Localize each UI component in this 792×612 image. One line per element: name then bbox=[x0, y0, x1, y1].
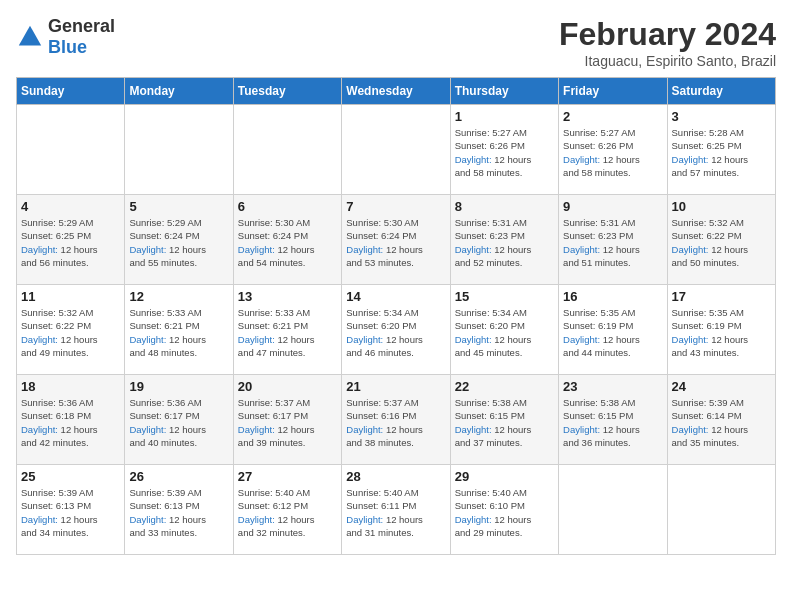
day-info: Sunrise: 5:40 AMSunset: 6:12 PMDaylight:… bbox=[238, 486, 337, 539]
calendar-cell: 5Sunrise: 5:29 AMSunset: 6:24 PMDaylight… bbox=[125, 195, 233, 285]
calendar-cell: 6Sunrise: 5:30 AMSunset: 6:24 PMDaylight… bbox=[233, 195, 341, 285]
calendar-cell: 17Sunrise: 5:35 AMSunset: 6:19 PMDayligh… bbox=[667, 285, 775, 375]
day-number: 2 bbox=[563, 109, 662, 124]
header-row: Sunday Monday Tuesday Wednesday Thursday… bbox=[17, 78, 776, 105]
day-info: Sunrise: 5:36 AMSunset: 6:17 PMDaylight:… bbox=[129, 396, 228, 449]
day-number: 23 bbox=[563, 379, 662, 394]
day-number: 29 bbox=[455, 469, 554, 484]
logo-icon bbox=[16, 23, 44, 51]
day-number: 11 bbox=[21, 289, 120, 304]
daylight-hours: Daylight: 12 hours bbox=[672, 244, 749, 255]
day-number: 26 bbox=[129, 469, 228, 484]
calendar-cell bbox=[559, 465, 667, 555]
calendar-cell bbox=[17, 105, 125, 195]
day-number: 17 bbox=[672, 289, 771, 304]
day-number: 22 bbox=[455, 379, 554, 394]
daylight-hours: Daylight: 12 hours bbox=[455, 514, 532, 525]
daylight-hours: Daylight: 12 hours bbox=[563, 424, 640, 435]
daylight-hours: Daylight: 12 hours bbox=[672, 334, 749, 345]
calendar-cell: 27Sunrise: 5:40 AMSunset: 6:12 PMDayligh… bbox=[233, 465, 341, 555]
day-number: 5 bbox=[129, 199, 228, 214]
day-number: 27 bbox=[238, 469, 337, 484]
daylight-hours: Daylight: 12 hours bbox=[346, 244, 423, 255]
calendar-cell: 3Sunrise: 5:28 AMSunset: 6:25 PMDaylight… bbox=[667, 105, 775, 195]
calendar-cell: 2Sunrise: 5:27 AMSunset: 6:26 PMDaylight… bbox=[559, 105, 667, 195]
daylight-hours: Daylight: 12 hours bbox=[455, 244, 532, 255]
daylight-hours: Daylight: 12 hours bbox=[346, 424, 423, 435]
calendar-cell: 16Sunrise: 5:35 AMSunset: 6:19 PMDayligh… bbox=[559, 285, 667, 375]
daylight-hours: Daylight: 12 hours bbox=[455, 334, 532, 345]
daylight-hours: Daylight: 12 hours bbox=[346, 334, 423, 345]
day-info: Sunrise: 5:34 AMSunset: 6:20 PMDaylight:… bbox=[346, 306, 445, 359]
col-thursday: Thursday bbox=[450, 78, 558, 105]
daylight-hours: Daylight: 12 hours bbox=[455, 424, 532, 435]
day-info: Sunrise: 5:34 AMSunset: 6:20 PMDaylight:… bbox=[455, 306, 554, 359]
week-row-4: 18Sunrise: 5:36 AMSunset: 6:18 PMDayligh… bbox=[17, 375, 776, 465]
svg-marker-0 bbox=[19, 26, 41, 46]
daylight-hours: Daylight: 12 hours bbox=[672, 424, 749, 435]
day-info: Sunrise: 5:37 AMSunset: 6:16 PMDaylight:… bbox=[346, 396, 445, 449]
week-row-5: 25Sunrise: 5:39 AMSunset: 6:13 PMDayligh… bbox=[17, 465, 776, 555]
calendar-cell bbox=[233, 105, 341, 195]
calendar-cell: 4Sunrise: 5:29 AMSunset: 6:25 PMDaylight… bbox=[17, 195, 125, 285]
day-info: Sunrise: 5:37 AMSunset: 6:17 PMDaylight:… bbox=[238, 396, 337, 449]
day-info: Sunrise: 5:27 AMSunset: 6:26 PMDaylight:… bbox=[563, 126, 662, 179]
day-info: Sunrise: 5:39 AMSunset: 6:13 PMDaylight:… bbox=[129, 486, 228, 539]
day-number: 16 bbox=[563, 289, 662, 304]
calendar-cell bbox=[342, 105, 450, 195]
day-number: 14 bbox=[346, 289, 445, 304]
calendar-cell: 21Sunrise: 5:37 AMSunset: 6:16 PMDayligh… bbox=[342, 375, 450, 465]
calendar-cell: 19Sunrise: 5:36 AMSunset: 6:17 PMDayligh… bbox=[125, 375, 233, 465]
calendar-cell: 22Sunrise: 5:38 AMSunset: 6:15 PMDayligh… bbox=[450, 375, 558, 465]
day-number: 10 bbox=[672, 199, 771, 214]
logo: General Blue bbox=[16, 16, 115, 58]
day-number: 1 bbox=[455, 109, 554, 124]
day-number: 12 bbox=[129, 289, 228, 304]
daylight-hours: Daylight: 12 hours bbox=[238, 424, 315, 435]
day-info: Sunrise: 5:33 AMSunset: 6:21 PMDaylight:… bbox=[129, 306, 228, 359]
week-row-1: 1Sunrise: 5:27 AMSunset: 6:26 PMDaylight… bbox=[17, 105, 776, 195]
daylight-hours: Daylight: 12 hours bbox=[455, 154, 532, 165]
logo-blue: Blue bbox=[48, 37, 87, 57]
calendar-cell: 8Sunrise: 5:31 AMSunset: 6:23 PMDaylight… bbox=[450, 195, 558, 285]
day-number: 18 bbox=[21, 379, 120, 394]
calendar-cell: 13Sunrise: 5:33 AMSunset: 6:21 PMDayligh… bbox=[233, 285, 341, 375]
day-number: 19 bbox=[129, 379, 228, 394]
col-monday: Monday bbox=[125, 78, 233, 105]
daylight-hours: Daylight: 12 hours bbox=[563, 154, 640, 165]
day-info: Sunrise: 5:40 AMSunset: 6:10 PMDaylight:… bbox=[455, 486, 554, 539]
day-number: 4 bbox=[21, 199, 120, 214]
day-info: Sunrise: 5:39 AMSunset: 6:13 PMDaylight:… bbox=[21, 486, 120, 539]
day-number: 6 bbox=[238, 199, 337, 214]
day-info: Sunrise: 5:29 AMSunset: 6:25 PMDaylight:… bbox=[21, 216, 120, 269]
logo-text: General Blue bbox=[48, 16, 115, 58]
day-info: Sunrise: 5:35 AMSunset: 6:19 PMDaylight:… bbox=[672, 306, 771, 359]
day-info: Sunrise: 5:33 AMSunset: 6:21 PMDaylight:… bbox=[238, 306, 337, 359]
calendar-cell: 25Sunrise: 5:39 AMSunset: 6:13 PMDayligh… bbox=[17, 465, 125, 555]
week-row-3: 11Sunrise: 5:32 AMSunset: 6:22 PMDayligh… bbox=[17, 285, 776, 375]
calendar-header: Sunday Monday Tuesday Wednesday Thursday… bbox=[17, 78, 776, 105]
daylight-hours: Daylight: 12 hours bbox=[563, 334, 640, 345]
day-number: 7 bbox=[346, 199, 445, 214]
calendar-cell: 18Sunrise: 5:36 AMSunset: 6:18 PMDayligh… bbox=[17, 375, 125, 465]
calendar-cell: 10Sunrise: 5:32 AMSunset: 6:22 PMDayligh… bbox=[667, 195, 775, 285]
calendar-table: Sunday Monday Tuesday Wednesday Thursday… bbox=[16, 77, 776, 555]
calendar-cell: 1Sunrise: 5:27 AMSunset: 6:26 PMDaylight… bbox=[450, 105, 558, 195]
calendar-cell: 24Sunrise: 5:39 AMSunset: 6:14 PMDayligh… bbox=[667, 375, 775, 465]
day-info: Sunrise: 5:27 AMSunset: 6:26 PMDaylight:… bbox=[455, 126, 554, 179]
col-tuesday: Tuesday bbox=[233, 78, 341, 105]
day-info: Sunrise: 5:30 AMSunset: 6:24 PMDaylight:… bbox=[346, 216, 445, 269]
col-saturday: Saturday bbox=[667, 78, 775, 105]
daylight-hours: Daylight: 12 hours bbox=[672, 154, 749, 165]
logo-general: General bbox=[48, 16, 115, 36]
day-number: 20 bbox=[238, 379, 337, 394]
day-number: 3 bbox=[672, 109, 771, 124]
calendar-cell: 28Sunrise: 5:40 AMSunset: 6:11 PMDayligh… bbox=[342, 465, 450, 555]
calendar-cell bbox=[667, 465, 775, 555]
day-number: 28 bbox=[346, 469, 445, 484]
calendar-cell: 15Sunrise: 5:34 AMSunset: 6:20 PMDayligh… bbox=[450, 285, 558, 375]
calendar-cell: 26Sunrise: 5:39 AMSunset: 6:13 PMDayligh… bbox=[125, 465, 233, 555]
week-row-2: 4Sunrise: 5:29 AMSunset: 6:25 PMDaylight… bbox=[17, 195, 776, 285]
calendar-cell: 14Sunrise: 5:34 AMSunset: 6:20 PMDayligh… bbox=[342, 285, 450, 375]
day-info: Sunrise: 5:29 AMSunset: 6:24 PMDaylight:… bbox=[129, 216, 228, 269]
